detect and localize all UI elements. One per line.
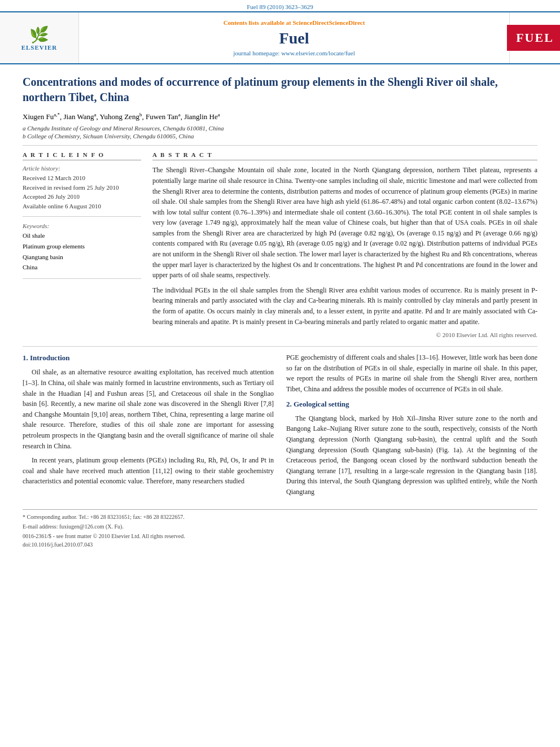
elsevier-logo-area: 🌿 ELSEVIER	[0, 12, 79, 63]
section1-para1: Oil shale, as an alternative resource aw…	[23, 367, 274, 451]
journal-header: 🌿 ELSEVIER Contents lists available at S…	[0, 12, 560, 64]
copyright-line: © 2010 Elsevier Ltd. All rights reserved…	[152, 331, 537, 338]
article-history-block: Article history: Received 12 March 2010 …	[23, 165, 141, 211]
keywords-label: Keywords:	[23, 222, 141, 229]
journal-top-bar: Fuel 89 (2010) 3623–3629	[0, 0, 560, 12]
divider-info	[23, 216, 141, 217]
affiliation-b: b College of Chemistry, Sichuan Universi…	[23, 133, 537, 139]
abstract-para2: The individual PGEs in the oil shale sam…	[152, 285, 537, 327]
keyword-4: China	[23, 262, 141, 273]
divider-1	[23, 145, 537, 146]
issn-line: 0016-2361/$ - see front matter © 2010 El…	[23, 533, 537, 539]
author5-super: a	[218, 112, 220, 117]
sciencedirect-name[interactable]: ScienceDirect	[329, 19, 365, 26]
accepted-date: Accepted 26 July 2010	[23, 192, 141, 202]
keyword-2: Platinum group elements	[23, 241, 141, 252]
abstract-text: The Shengli River–Changshe Mountain oil …	[152, 165, 537, 327]
body-col-right: PGE geochemistry of different coals and …	[286, 352, 537, 501]
author2: , Jian Wang	[60, 112, 94, 121]
abstract-col: A B S T R A C T The Shengli River–Changs…	[152, 151, 537, 338]
keywords-list: Oil shale Platinum group elements Qiangt…	[23, 230, 141, 273]
journal-homepage: journal homepage: www.elsevier.com/locat…	[233, 50, 355, 56]
article-content: Concentrations and modes of occurrence o…	[0, 64, 560, 558]
corresponding-author: * Corresponding author. Tel.: +86 28 832…	[23, 513, 537, 521]
article-info-col: A R T I C L E I N F O Article history: R…	[23, 151, 141, 338]
history-label: Article history:	[23, 165, 141, 172]
doi-line: doi:10.1016/j.fuel.2010.07.043	[23, 541, 537, 548]
author3: , Yuhong Zeng	[96, 112, 139, 121]
article-title: Concentrations and modes of occurrence o…	[23, 75, 537, 105]
section1-para2: In recent years, platinum group elements…	[23, 455, 274, 487]
article-info-heading: A R T I C L E I N F O	[23, 151, 141, 160]
revised-date: Received in revised form 25 July 2010	[23, 183, 141, 193]
fuel-logo: FUEL	[507, 25, 560, 51]
journal-header-center: Contents lists available at ScienceDirec…	[79, 12, 509, 63]
keyword-3: Qiangtang basin	[23, 252, 141, 263]
section1-right-para1: PGE geochemistry of different coals and …	[286, 352, 537, 394]
divider-body	[23, 346, 537, 347]
keywords-block: Keywords: Oil shale Platinum group eleme…	[23, 222, 141, 273]
footnote-area: * Corresponding author. Tel.: +86 28 832…	[23, 509, 537, 548]
page: Fuel 89 (2010) 3623–3629 🌿 ELSEVIER Cont…	[0, 0, 560, 747]
body-columns: 1. Introduction Oil shale, as an alterna…	[23, 352, 537, 501]
keyword-1: Oil shale	[23, 230, 141, 241]
available-date: Available online 6 August 2010	[23, 202, 141, 211]
authors-line: Xiugen Fua,*, Jian Wanga, Yuhong Zengb, …	[23, 112, 537, 121]
author4: , Fuwen Tan	[142, 112, 178, 121]
divider-info2	[23, 278, 141, 279]
section2-heading: 2. Geological setting	[286, 399, 537, 410]
info-abstract-columns: A R T I C L E I N F O Article history: R…	[23, 151, 537, 338]
author5: , Jianglin He	[181, 112, 218, 121]
elsevier-text: ELSEVIER	[21, 44, 58, 51]
author1: Xiugen Fu	[23, 112, 54, 121]
sciencedirect-label: Contents lists available at ScienceDirec…	[224, 19, 365, 26]
affiliation-a: a Chengdu Institute of Geology and Miner…	[23, 125, 537, 132]
body-col-left: 1. Introduction Oil shale, as an alterna…	[23, 352, 274, 501]
journal-ref: Fuel 89 (2010) 3623–3629	[247, 3, 313, 10]
section2-para1: The Qiangtang block, marked by Hoh Xil–J…	[286, 413, 537, 497]
fuel-logo-area: FUEL	[509, 12, 560, 63]
received-date: Received 12 March 2010	[23, 173, 141, 183]
author1-super: a,*	[54, 112, 60, 117]
section1-heading: 1. Introduction	[23, 352, 274, 364]
elsevier-tree-icon: 🌿	[29, 25, 49, 44]
abstract-heading: A B S T R A C T	[152, 151, 537, 160]
journal-title: Fuel	[279, 29, 309, 47]
abstract-para1: The Shengli River–Changshe Mountain oil …	[152, 165, 537, 281]
email-address: E-mail address: fuxiugen@126.com (X. Fu)…	[23, 523, 537, 531]
